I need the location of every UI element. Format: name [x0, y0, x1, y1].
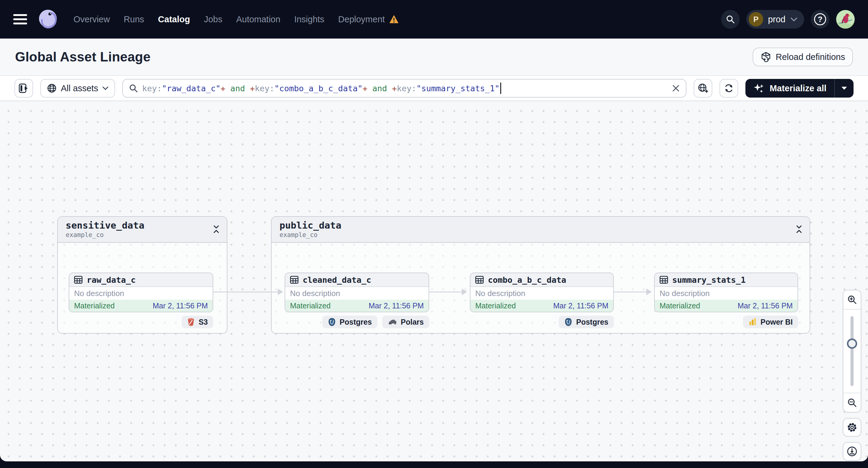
group-header[interactable]: sensitive_data example_co — [58, 217, 227, 243]
zoom-slider-track[interactable] — [850, 316, 854, 386]
table-icon — [290, 276, 299, 284]
edge-cleaned-to-combo — [429, 291, 462, 292]
asset-search-input[interactable]: key:"raw_data_c"+ and +key:"combo_a_b_c_… — [122, 79, 686, 98]
postgres-icon — [328, 318, 336, 326]
navbar-right: P prod ? — [721, 10, 855, 29]
powerbi-icon — [748, 318, 757, 326]
environment-switcher[interactable]: P prod — [746, 10, 804, 29]
nav-catalog[interactable]: Catalog — [158, 14, 190, 24]
materialize-all-button[interactable]: Materialize all — [745, 79, 834, 98]
zoom-controls — [843, 290, 861, 413]
search-query-text: key:"raw_data_c"+ and +key:"combo_a_b_c_… — [142, 83, 501, 94]
edge-raw-to-cleaned — [213, 291, 278, 292]
materialization-timestamp[interactable]: Mar 2, 11:56 PM — [738, 302, 793, 310]
status-badge: Materialized — [659, 302, 700, 310]
table-icon — [475, 276, 484, 284]
top-navbar: Overview Runs Catalog Jobs Automation In… — [0, 0, 868, 38]
nav-deployment[interactable]: Deployment — [338, 14, 399, 24]
zoom-slider[interactable] — [843, 310, 861, 393]
warning-icon — [389, 15, 399, 24]
table-icon — [74, 276, 83, 284]
help-icon[interactable]: ? — [811, 10, 830, 29]
text-cursor — [500, 83, 501, 94]
s3-bucket-icon — [187, 318, 195, 326]
status-badge: Materialized — [74, 302, 115, 310]
gear-icon — [847, 422, 858, 433]
panel-expand-icon — [19, 84, 29, 93]
group-title: public_data — [279, 220, 802, 231]
polars-icon — [388, 318, 397, 325]
materialization-timestamp[interactable]: Mar 2, 11:56 PM — [369, 302, 424, 310]
group-location: example_co — [279, 231, 802, 239]
caret-down-icon — [841, 86, 847, 90]
asset-scope-dropdown[interactable]: All assets — [40, 79, 115, 98]
group-title: sensitive_data — [66, 220, 219, 231]
reload-definitions-button[interactable]: Reload definitions — [753, 48, 853, 66]
download-image-button[interactable] — [843, 442, 861, 461]
user-avatar[interactable] — [836, 10, 855, 29]
asset-node-cleaned-data-c[interactable]: cleaned_data_c No description Materializ… — [285, 273, 429, 312]
primary-nav: Overview Runs Catalog Jobs Automation In… — [73, 14, 399, 24]
collapse-group-icon[interactable] — [795, 224, 803, 234]
search-icon — [129, 84, 138, 93]
tag-row: Postgres Polars — [285, 316, 429, 328]
clear-search-icon[interactable] — [672, 84, 680, 92]
zoom-in-button[interactable] — [843, 290, 861, 310]
environment-avatar: P — [749, 12, 763, 27]
materialize-all-split-button: Materialize all — [745, 79, 854, 98]
kind-tag-postgres[interactable]: Postgres — [322, 316, 377, 328]
nav-overview[interactable]: Overview — [73, 14, 110, 24]
dagster-logo[interactable] — [37, 9, 58, 30]
download-icon — [847, 446, 858, 457]
graph-settings-button[interactable] — [843, 418, 861, 437]
kind-tag-polars[interactable]: Polars — [382, 316, 429, 328]
nav-jobs[interactable]: Jobs — [204, 14, 222, 24]
tag-row: S3 — [69, 316, 213, 328]
kind-tag-s3[interactable]: S3 — [182, 316, 213, 328]
chevron-down-icon — [102, 87, 108, 90]
refresh-icon — [724, 83, 734, 93]
materialization-timestamp[interactable]: Mar 2, 11:56 PM — [553, 302, 609, 310]
zoom-slider-handle[interactable] — [847, 339, 857, 349]
page-header: Global Asset Lineage Reload definitions — [0, 38, 868, 76]
asset-node-combo-a-b-c-data[interactable]: combo_a_b_c_data No description Material… — [470, 273, 614, 312]
page-title: Global Asset Lineage — [15, 50, 151, 64]
table-icon — [659, 276, 668, 284]
search-icon[interactable] — [721, 10, 740, 29]
status-badge: Materialized — [475, 302, 516, 310]
nav-insights[interactable]: Insights — [294, 14, 324, 24]
edge-combo-to-summary — [614, 291, 647, 292]
collapse-group-icon[interactable] — [212, 224, 220, 234]
lineage-graph-canvas[interactable]: sensitive_data example_co public_data ex… — [0, 101, 868, 461]
reload-cube-icon — [761, 52, 771, 62]
nav-automation[interactable]: Automation — [236, 14, 280, 24]
group-location: example_co — [66, 231, 219, 239]
status-badge: Materialized — [290, 302, 331, 310]
group-header[interactable]: public_data example_co — [272, 217, 810, 243]
chevron-down-icon — [790, 17, 798, 22]
postgres-icon — [564, 318, 572, 326]
nav-runs[interactable]: Runs — [124, 14, 144, 24]
menu-icon[interactable] — [13, 14, 27, 24]
globe-plus-icon — [698, 83, 708, 93]
lineage-toolbar: All assets key:"raw_data_c"+ and +key:"c… — [0, 76, 868, 101]
asset-node-raw-data-c[interactable]: raw_data_c No description Materialized M… — [69, 273, 213, 312]
view-graph-as-groups-button[interactable] — [693, 79, 712, 98]
refresh-button[interactable] — [719, 79, 738, 98]
sparkles-icon — [753, 83, 765, 94]
materialize-options-button[interactable] — [834, 79, 854, 98]
tag-row: Power BI — [654, 316, 798, 328]
tag-row: Postgres — [470, 316, 614, 328]
open-sidebar-button[interactable] — [14, 79, 33, 98]
asset-node-summary-stats-1[interactable]: summary_stats_1 No description Materiali… — [654, 273, 798, 312]
globe-icon — [47, 84, 57, 93]
kind-tag-powerbi[interactable]: Power BI — [743, 316, 798, 328]
materialization-timestamp[interactable]: Mar 2, 11:56 PM — [153, 302, 208, 310]
kind-tag-postgres[interactable]: Postgres — [559, 316, 614, 328]
zoom-out-button[interactable] — [843, 393, 861, 412]
